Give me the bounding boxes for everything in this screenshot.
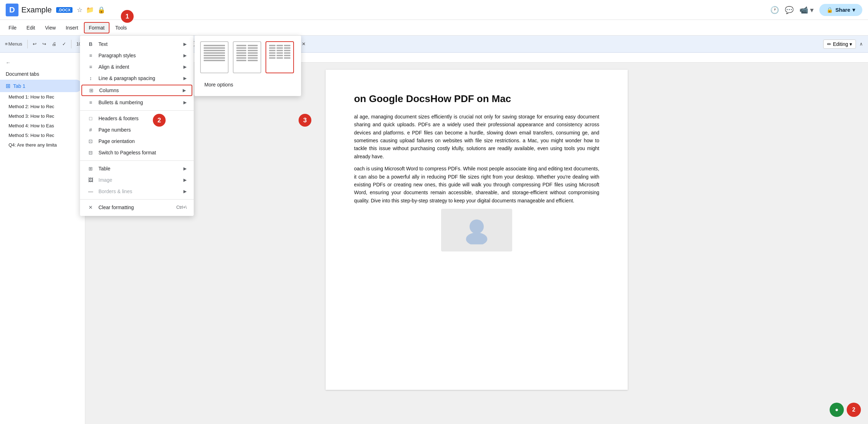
menus-button[interactable]: ≡ Menus bbox=[3, 40, 25, 48]
editing-button[interactable]: ✏ Editing ▾ bbox=[823, 39, 856, 49]
doc-para-1: al age, managing document sizes efficien… bbox=[354, 113, 599, 160]
doc-para-2: oach is using Microsoft Word to compress… bbox=[354, 165, 599, 205]
doc-tabs-label: Document tabs bbox=[0, 68, 85, 80]
fmt-page-numbers-label: Page numbers bbox=[98, 127, 131, 133]
nav-method-3[interactable]: Method 3: How to Rec bbox=[0, 111, 85, 121]
table-arrow-icon: ▶ bbox=[183, 166, 187, 171]
sidebar-back-button[interactable]: ← bbox=[0, 57, 85, 68]
borders-icon: — bbox=[87, 189, 94, 194]
spacing-icon: ↕ bbox=[87, 75, 94, 81]
pageless-icon: ⊟ bbox=[87, 150, 94, 155]
doc-area: on Google DocsHow PDF on Mac al age, man… bbox=[85, 53, 868, 424]
comment-icon[interactable]: 💬 bbox=[785, 6, 794, 14]
lock-icon[interactable]: 🔒 bbox=[97, 6, 105, 14]
column-options bbox=[200, 41, 295, 73]
columns-submenu: More options bbox=[194, 36, 301, 96]
print-button[interactable]: 🖨 bbox=[50, 40, 59, 48]
nav-method-5[interactable]: Method 5: How to Rec bbox=[0, 131, 85, 140]
bullets-icon: ≡ bbox=[87, 100, 94, 105]
fmt-headers-label: Headers & footers bbox=[98, 116, 139, 121]
separator-1 bbox=[80, 110, 194, 111]
bottom-red-badge[interactable]: 2 bbox=[847, 403, 861, 417]
doc-title: Example bbox=[21, 5, 52, 15]
align-arrow-icon: ▶ bbox=[183, 64, 187, 69]
bullets-arrow-icon: ▶ bbox=[183, 100, 187, 105]
lock-small-icon: 🔒 bbox=[826, 7, 833, 13]
folder-icon[interactable]: 📁 bbox=[86, 6, 94, 14]
format-menu-panel: B Text ▶ ≡ Paragraph styles ▶ ≡ Align & … bbox=[80, 36, 194, 216]
doc-image bbox=[441, 209, 512, 251]
fmt-clear-formatting[interactable]: ✕ Clear formatting Ctrl+\ bbox=[80, 202, 194, 213]
paragraph-arrow-icon: ▶ bbox=[183, 53, 187, 58]
pencil-icon: ✏ bbox=[827, 41, 831, 47]
fmt-columns[interactable]: ⊞ Columns ▶ bbox=[81, 85, 192, 96]
image-arrow-icon: ▶ bbox=[183, 177, 187, 182]
columns-arrow-icon: ▶ bbox=[183, 88, 186, 93]
align-icon: ≡ bbox=[87, 64, 94, 70]
top-right-icons: 🕐 💬 📹 ▾ 🔒 Share ▾ bbox=[770, 4, 862, 16]
back-arrow-icon: ← bbox=[6, 60, 11, 65]
more-options-button[interactable]: More options bbox=[200, 79, 295, 90]
headers-icon: □ bbox=[87, 116, 94, 121]
docx-badge: .DOCX bbox=[56, 7, 73, 13]
fmt-page-orientation[interactable]: ⊡ Page orientation bbox=[80, 136, 194, 147]
nav-method-1[interactable]: Method 1: How to Rec bbox=[0, 92, 85, 102]
undo-button[interactable]: ↩ bbox=[31, 40, 39, 48]
sidebar: ← Document tabs ⊞ Tab 1 Method 1: How to… bbox=[0, 53, 85, 424]
badge-1: 1 bbox=[121, 10, 134, 23]
svg-point-0 bbox=[470, 219, 484, 234]
toolbar-separator-2 bbox=[71, 40, 71, 48]
col-option-2[interactable] bbox=[233, 41, 261, 73]
image-icon: 🖼 bbox=[87, 177, 94, 183]
menu-format[interactable]: Format bbox=[84, 22, 109, 33]
fmt-orientation-label: Page orientation bbox=[98, 138, 135, 144]
borders-arrow-icon: ▶ bbox=[183, 189, 187, 194]
fmt-clear-label: Clear formatting bbox=[98, 205, 134, 210]
text-arrow-icon: ▶ bbox=[183, 42, 187, 47]
video-icon[interactable]: 📹 ▾ bbox=[799, 6, 814, 14]
menu-file[interactable]: File bbox=[4, 23, 21, 33]
col-option-1[interactable] bbox=[200, 41, 229, 73]
badge-2: 2 bbox=[153, 114, 166, 127]
share-button[interactable]: 🔒 Share ▾ bbox=[819, 4, 862, 16]
table-icon: ⊞ bbox=[87, 166, 94, 171]
fmt-table[interactable]: ⊞ Table ▶ bbox=[80, 163, 194, 174]
fmt-paragraph-label: Paragraph styles bbox=[98, 53, 136, 58]
nav-method-2[interactable]: Method 2: How to Rec bbox=[0, 102, 85, 111]
orientation-icon: ⊡ bbox=[87, 138, 94, 144]
app-icon: D bbox=[6, 4, 18, 16]
history-icon[interactable]: 🕐 bbox=[770, 6, 779, 14]
title-icons: ☆ 📁 🔒 bbox=[77, 6, 105, 14]
fmt-line-spacing[interactable]: ↕ Line & paragraph spacing ▶ bbox=[80, 73, 194, 84]
fmt-align-indent[interactable]: ≡ Align & indent ▶ bbox=[80, 61, 194, 73]
fmt-borders-label: Borders & lines bbox=[98, 189, 132, 194]
menu-bar: File Edit View Insert Format Tools bbox=[0, 20, 868, 36]
fmt-text[interactable]: B Text ▶ bbox=[80, 38, 194, 50]
nav-q4[interactable]: Q4: Are there any limita bbox=[0, 140, 85, 150]
fmt-paragraph-styles[interactable]: ≡ Paragraph styles ▶ bbox=[80, 50, 194, 61]
redo-button[interactable]: ↪ bbox=[40, 40, 48, 48]
menu-tools[interactable]: Tools bbox=[111, 23, 131, 33]
fmt-spacing-label: Line & paragraph spacing bbox=[98, 75, 155, 81]
spellcheck-button[interactable]: ✓ bbox=[60, 40, 68, 48]
menu-view[interactable]: View bbox=[41, 23, 60, 33]
bottom-green-badge[interactable]: ● bbox=[830, 403, 844, 417]
sidebar-tab-1[interactable]: ⊞ Tab 1 bbox=[0, 80, 82, 92]
tab-doc-icon: ⊞ bbox=[6, 83, 10, 89]
fmt-text-label: Text bbox=[98, 41, 108, 47]
fmt-headers-footers[interactable]: □ Headers & footers bbox=[80, 113, 194, 124]
fmt-bullets[interactable]: ≡ Bullets & numbering ▶ bbox=[80, 97, 194, 108]
chevron-down-icon: ▾ bbox=[852, 7, 855, 13]
fmt-page-numbers[interactable]: # Page numbers bbox=[80, 124, 194, 136]
col-option-3[interactable] bbox=[266, 41, 294, 73]
fmt-switch-pageless[interactable]: ⊟ Switch to Pageless format bbox=[80, 147, 194, 158]
menu-edit[interactable]: Edit bbox=[22, 23, 39, 33]
menu-lines-icon: ≡ bbox=[5, 41, 8, 47]
paragraph-icon: ≡ bbox=[87, 53, 94, 58]
fmt-columns-label: Columns bbox=[99, 88, 119, 93]
menu-insert[interactable]: Insert bbox=[61, 23, 82, 33]
toolbar-collapse-button[interactable]: ∧ bbox=[857, 40, 865, 48]
clear-shortcut: Ctrl+\ bbox=[176, 205, 187, 210]
nav-method-4[interactable]: Method 4: How to Eas bbox=[0, 121, 85, 131]
star-icon[interactable]: ☆ bbox=[77, 6, 82, 14]
